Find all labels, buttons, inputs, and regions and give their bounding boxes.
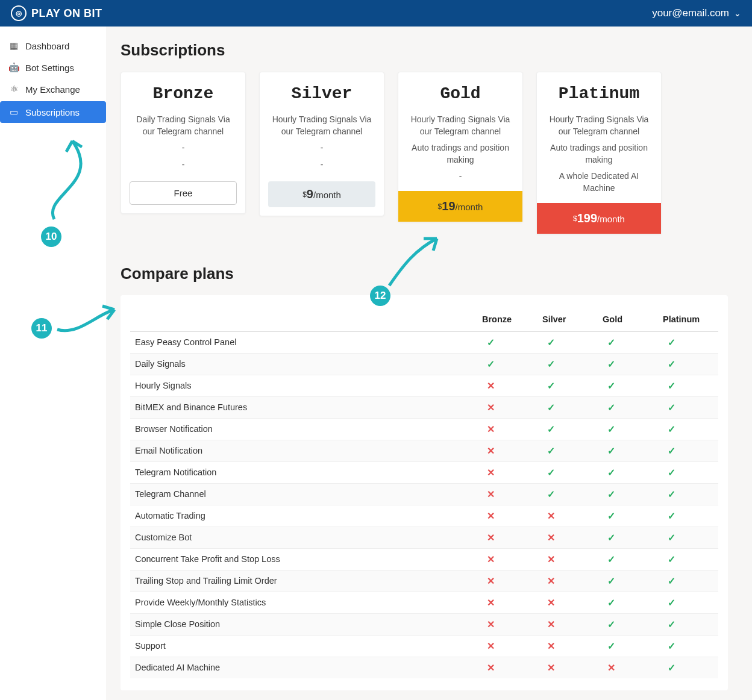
- cross-icon: ✕: [547, 533, 555, 543]
- table-row: Concurrent Take Profit and Stop Loss✕✕✓✓: [130, 548, 718, 570]
- plan-price-button[interactable]: Free: [130, 181, 237, 205]
- check-icon: ✓: [607, 533, 615, 543]
- feature-name: Automatic Trading: [130, 505, 477, 527]
- cross-icon: ✕: [547, 663, 555, 673]
- check-icon: ✓: [668, 598, 675, 608]
- plan-feature: -: [268, 142, 375, 154]
- check-icon: ✓: [668, 359, 675, 369]
- table-row: Easy Peasy Control Panel✓✓✓✓: [130, 331, 718, 353]
- check-icon: ✓: [487, 359, 495, 369]
- check-icon: ✓: [668, 402, 675, 413]
- check-icon: ✓: [668, 533, 675, 543]
- plan-feature: Daily Trading Signals Via our Telegram c…: [130, 114, 237, 137]
- cross-icon: ✕: [487, 467, 495, 478]
- feature-name: Provide Weekly/Monthly Statistics: [130, 592, 477, 613]
- sidebar-item-subscriptions[interactable]: ▭ Subscriptions: [0, 101, 106, 123]
- check-icon: ✓: [607, 467, 615, 478]
- check-icon: ✓: [607, 381, 615, 391]
- check-icon: ✓: [547, 446, 555, 456]
- page-title-subscriptions: Subscriptions: [121, 41, 728, 60]
- cross-icon: ✕: [607, 663, 615, 673]
- user-menu[interactable]: your@email.com ⌄: [652, 7, 741, 19]
- table-row: Trailing Stop and Trailing Limit Order✕✕…: [130, 570, 718, 592]
- feature-name: Daily Signals: [130, 353, 477, 375]
- plan-name: Silver: [268, 84, 375, 103]
- sidebar-item-dashboard[interactable]: ▦ Dashboard: [0, 35, 106, 57]
- currency-symbol: $: [573, 214, 577, 223]
- check-icon: ✓: [668, 381, 675, 391]
- plan-name: Gold: [407, 84, 514, 103]
- check-icon: ✓: [668, 446, 675, 456]
- cross-icon: ✕: [487, 511, 495, 521]
- chevron-down-icon: ⌄: [734, 8, 741, 18]
- table-row: Email Notification✕✓✓✓: [130, 440, 718, 461]
- cross-icon: ✕: [547, 598, 555, 608]
- feature-name: BitMEX and Binance Futures: [130, 396, 477, 418]
- check-icon: ✓: [607, 641, 615, 651]
- robot-icon: 🤖: [8, 62, 19, 73]
- atom-icon: ⚛: [8, 84, 19, 95]
- top-bar: ◎ PLAY ON BIT your@email.com ⌄: [0, 0, 752, 27]
- check-icon: ✓: [547, 402, 555, 413]
- plan-price-button[interactable]: $9/month: [268, 181, 375, 207]
- main-content: Subscriptions BronzeDaily Trading Signal…: [106, 27, 752, 700]
- price-amount: 9: [307, 187, 313, 201]
- plans-row: BronzeDaily Trading Signals Via our Tele…: [121, 72, 728, 234]
- sidebar-item-label: Subscriptions: [25, 107, 80, 117]
- brand: ◎ PLAY ON BIT: [11, 5, 102, 21]
- check-icon: ✓: [607, 337, 615, 348]
- cross-icon: ✕: [487, 402, 495, 413]
- check-icon: ✓: [668, 641, 675, 651]
- table-row: Provide Weekly/Monthly Statistics✕✕✓✓: [130, 592, 718, 613]
- plan-feature: Hourly Trading Signals Via our Telegram …: [268, 114, 375, 137]
- table-row: Customize Bot✕✕✓✓: [130, 527, 718, 548]
- check-icon: ✓: [668, 663, 675, 673]
- annotation-10: 10: [41, 227, 61, 247]
- plan-name: Platinum: [545, 84, 653, 103]
- check-icon: ✓: [487, 337, 495, 348]
- check-icon: ✓: [607, 489, 615, 499]
- cross-icon: ✕: [487, 424, 495, 434]
- table-row: BitMEX and Binance Futures✕✓✓✓: [130, 396, 718, 418]
- annotation-12: 12: [370, 286, 390, 306]
- check-icon: ✓: [547, 381, 555, 391]
- plan-price-button[interactable]: $19/month: [398, 191, 522, 222]
- feature-name: Telegram Notification: [130, 461, 477, 483]
- feature-name: Email Notification: [130, 440, 477, 461]
- price-period: /month: [456, 202, 483, 212]
- check-icon: ✓: [668, 511, 675, 521]
- price-amount: 199: [577, 211, 597, 225]
- price-period: /month: [597, 214, 625, 224]
- feature-name: Customize Bot: [130, 527, 477, 548]
- cross-icon: ✕: [487, 446, 495, 456]
- check-icon: ✓: [547, 424, 555, 434]
- plan-feature: Auto tradings and position making: [407, 142, 514, 166]
- cross-icon: ✕: [547, 511, 555, 521]
- table-row: Dedicated AI Machine✕✕✕✓: [130, 657, 718, 678]
- plan-card-platinum: PlatinumHourly Trading Signals Via our T…: [536, 72, 662, 234]
- feature-name: Easy Peasy Control Panel: [130, 331, 477, 353]
- sidebar-item-bot-settings[interactable]: 🤖 Bot Settings: [0, 57, 106, 78]
- compare-column-header: Silver: [537, 307, 598, 332]
- table-row: Hourly Signals✕✓✓✓: [130, 375, 718, 396]
- check-icon: ✓: [607, 619, 615, 630]
- compare-table-wrap: BronzeSilverGoldPlatinum Easy Peasy Cont…: [121, 295, 728, 690]
- card-icon: ▭: [8, 107, 19, 117]
- brand-logo-icon: ◎: [11, 5, 27, 21]
- plan-price-button[interactable]: $199/month: [537, 203, 661, 234]
- check-icon: ✓: [607, 554, 615, 564]
- check-icon: ✓: [607, 359, 615, 369]
- cross-icon: ✕: [547, 576, 555, 586]
- feature-name: Concurrent Take Profit and Stop Loss: [130, 548, 477, 570]
- check-icon: ✓: [668, 337, 675, 348]
- plan-feature: Hourly Trading Signals Via our Telegram …: [545, 114, 653, 137]
- price-period: /month: [313, 190, 341, 200]
- annotation-11: 11: [31, 318, 52, 339]
- check-icon: ✓: [547, 467, 555, 478]
- plan-feature: -: [407, 170, 514, 183]
- plan-card-bronze: BronzeDaily Trading Signals Via our Tele…: [121, 72, 246, 214]
- sidebar-item-my-exchange[interactable]: ⚛ My Exchange: [0, 78, 106, 100]
- check-icon: ✓: [607, 511, 615, 521]
- cross-icon: ✕: [487, 598, 495, 608]
- compare-table: BronzeSilverGoldPlatinum Easy Peasy Cont…: [130, 307, 718, 678]
